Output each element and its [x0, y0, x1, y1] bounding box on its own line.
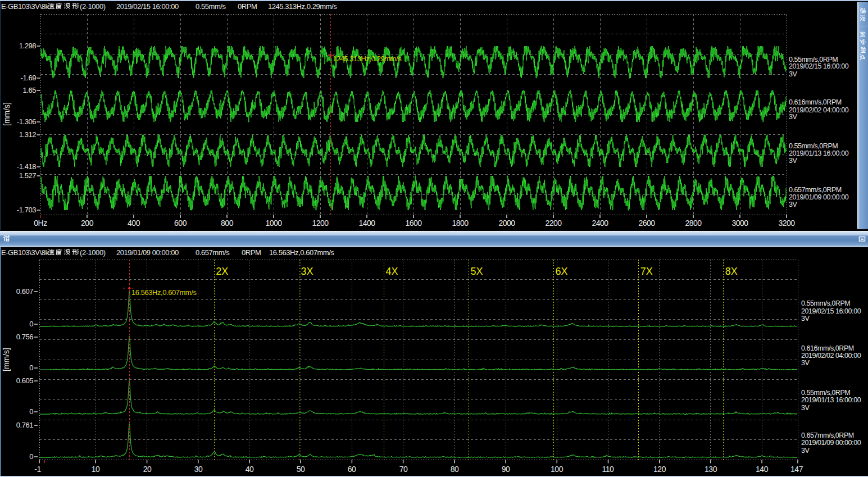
svg-text:1.527: 1.527: [19, 171, 37, 180]
svg-text:30: 30: [194, 465, 203, 474]
svg-text:0: 0: [29, 452, 33, 461]
svg-text:0: 0: [29, 364, 33, 372]
svg-text:0.616mm/s,0RPM: 0.616mm/s,0RPM: [801, 344, 854, 352]
svg-text:1000: 1000: [265, 219, 282, 228]
svg-text:0.657mm/s,0RPM: 0.657mm/s,0RPM: [789, 186, 842, 194]
svg-text:1245.313Hz,0.29mm/s: 1245.313Hz,0.29mm/s: [333, 54, 402, 63]
svg-text:50: 50: [297, 465, 305, 474]
svg-text:16.563Hz,0.607mm/s: 16.563Hz,0.607mm/s: [131, 288, 197, 297]
svg-text:2019/01/13 16:00:00: 2019/01/13 16:00:00: [789, 149, 849, 157]
svg-text:70: 70: [399, 465, 408, 474]
svg-text:1800: 1800: [452, 219, 469, 228]
svg-text:2019/02/15 16:00:00: 2019/02/15 16:00:00: [116, 2, 179, 11]
svg-text:7X: 7X: [640, 266, 653, 277]
svg-text:8X: 8X: [725, 266, 738, 277]
svg-text:0.55mm/s,0RPM: 0.55mm/s,0RPM: [801, 299, 850, 307]
svg-text:0: 0: [29, 320, 33, 328]
svg-text:0.55mm/s,0RPM: 0.55mm/s,0RPM: [801, 389, 850, 397]
svg-text:60: 60: [348, 465, 356, 474]
svg-text:2200: 2200: [545, 219, 562, 228]
svg-text:2019/02/15 16:00:00: 2019/02/15 16:00:00: [789, 62, 849, 70]
svg-text:2019/01/09 00:00:00: 2019/01/09 00:00:00: [116, 248, 179, 257]
svg-text:3V: 3V: [801, 315, 810, 322]
svg-text:0.607: 0.607: [16, 287, 34, 296]
svg-text:2400: 2400: [592, 219, 608, 228]
svg-text:2019/02/15 16:00:00: 2019/02/15 16:00:00: [801, 307, 861, 315]
svg-text:(2-1000): (2-1000): [80, 248, 106, 257]
svg-text:3000: 3000: [731, 219, 748, 228]
svg-text:20: 20: [143, 465, 152, 474]
svg-text:0Hz: 0Hz: [34, 219, 47, 228]
svg-text:3V: 3V: [789, 201, 798, 208]
svg-text:3X: 3X: [301, 266, 313, 277]
svg-text:-1.306: -1.306: [17, 117, 36, 126]
svg-text:3V: 3V: [789, 157, 798, 165]
svg-text:E-GB103\3V\8k: E-GB103\3V\8k: [1, 248, 49, 257]
svg-text:4X: 4X: [385, 266, 398, 277]
svg-text:400: 400: [128, 219, 140, 228]
svg-text:3V: 3V: [789, 113, 798, 121]
svg-text:800: 800: [221, 219, 234, 228]
svg-text:2800: 2800: [685, 219, 702, 228]
svg-text:2X: 2X: [216, 266, 228, 277]
svg-text:3V: 3V: [801, 447, 810, 455]
svg-text:3V: 3V: [789, 70, 798, 78]
svg-text:2600: 2600: [638, 219, 655, 228]
svg-text:E-GB103\3V\8k: E-GB103\3V\8k: [1, 2, 49, 11]
svg-text:1.65: 1.65: [22, 86, 36, 94]
svg-text:130: 130: [705, 465, 717, 474]
svg-text:-1: -1: [34, 465, 41, 474]
svg-text:600: 600: [174, 219, 187, 228]
svg-text:(2-1000): (2-1000): [80, 2, 106, 11]
svg-text:-1.418: -1.418: [17, 162, 36, 171]
svg-text:1.298: 1.298: [19, 42, 37, 50]
svg-text:0.756: 0.756: [16, 333, 34, 341]
svg-text:1245.313Hz,0.29mm/s: 1245.313Hz,0.29mm/s: [268, 2, 337, 11]
svg-text:5X: 5X: [471, 266, 483, 277]
svg-text:120: 120: [653, 465, 666, 474]
svg-text:0.616mm/s,0RPM: 0.616mm/s,0RPM: [789, 98, 842, 106]
svg-text:100: 100: [551, 465, 563, 474]
svg-text:10: 10: [92, 465, 100, 474]
svg-text:90: 90: [502, 465, 510, 474]
svg-text:200: 200: [81, 219, 94, 228]
svg-text:0: 0: [29, 407, 33, 416]
svg-text:3V: 3V: [801, 359, 810, 367]
svg-text:-1.703: -1.703: [17, 206, 36, 214]
svg-text:0.605: 0.605: [16, 376, 34, 385]
svg-text:2019/02/02 04:00:00: 2019/02/02 04:00:00: [801, 352, 861, 360]
svg-text:6X: 6X: [556, 266, 568, 277]
svg-text:3V: 3V: [801, 404, 810, 412]
svg-text:[mm/s]: [mm/s]: [2, 102, 11, 126]
svg-text:2019/01/13 16:00:00: 2019/01/13 16:00:00: [801, 396, 861, 404]
svg-text:0.55mm/s: 0.55mm/s: [196, 2, 226, 11]
svg-text:40: 40: [246, 465, 254, 474]
svg-text:140: 140: [756, 465, 769, 474]
svg-text:-1.69: -1.69: [21, 74, 37, 82]
svg-text:147: 147: [790, 465, 803, 474]
svg-text:1400: 1400: [358, 219, 375, 228]
svg-text:1.312: 1.312: [19, 130, 37, 139]
svg-text:2019/02/02 04:00:00: 2019/02/02 04:00:00: [789, 106, 849, 114]
svg-text:0.761: 0.761: [16, 421, 34, 429]
svg-text:0RPM: 0RPM: [242, 248, 261, 257]
svg-text:2019/01/09 00:00:00: 2019/01/09 00:00:00: [789, 193, 849, 201]
svg-text:0RPM: 0RPM: [238, 2, 257, 11]
svg-text:2019/01/09 00:00:00: 2019/01/09 00:00:00: [801, 439, 861, 447]
svg-text:16.563Hz,0.607mm/s: 16.563Hz,0.607mm/s: [269, 248, 334, 257]
svg-text:2000: 2000: [498, 219, 515, 228]
svg-text:[mm/s]: [mm/s]: [2, 348, 11, 371]
svg-text:1600: 1600: [405, 219, 422, 228]
svg-text:0.657mm/s: 0.657mm/s: [196, 248, 230, 257]
svg-text:110: 110: [602, 465, 615, 474]
svg-text:1200: 1200: [312, 219, 329, 228]
svg-text:80: 80: [451, 465, 459, 474]
svg-text:0.657mm/s,0RPM: 0.657mm/s,0RPM: [801, 431, 854, 439]
svg-text:3200: 3200: [778, 219, 795, 228]
svg-text:0.55mm/s,0RPM: 0.55mm/s,0RPM: [789, 142, 838, 150]
